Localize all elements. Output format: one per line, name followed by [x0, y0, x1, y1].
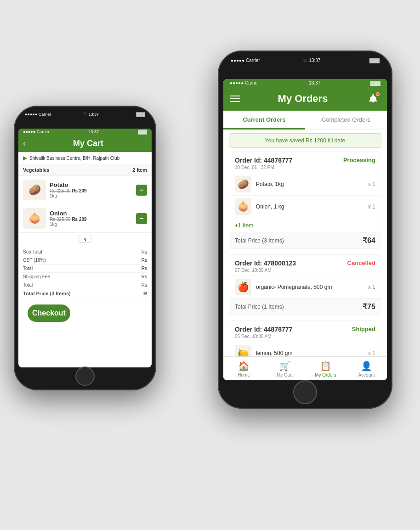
- order-1-total: Total Price (3 Items) ₹64: [229, 232, 381, 248]
- right-time: 13:37: [309, 58, 320, 63]
- potato-info: Potato Rs 225.00 Rs 209 1kg: [50, 181, 136, 198]
- potato-new-price: Rs 209: [72, 188, 86, 193]
- tab-current-orders[interactable]: Current Orders: [223, 111, 305, 129]
- total-row-1: Total Rs: [23, 265, 147, 273]
- left-home-button[interactable]: [75, 366, 95, 386]
- order-1-total-label: Total Price (3 Items): [235, 237, 284, 244]
- current-orders-label: Current Orders: [243, 116, 285, 123]
- r-status-battery: ▓▓▓: [370, 80, 380, 85]
- order-3-date: 05 Dec, 10:30 AM: [235, 334, 292, 339]
- vegetables-section: Vegetables 2 Item: [18, 164, 152, 176]
- grand-total-value: R: [143, 291, 147, 296]
- order-1-potato-img: 🥔: [235, 176, 251, 192]
- onion-qty-btn[interactable]: −: [136, 213, 147, 224]
- order-1-date: 10 Dec, 01 : 32 PM: [235, 165, 292, 170]
- order-1-plus-item: +1 Item: [229, 218, 381, 232]
- home-icon: 🏠: [238, 361, 250, 372]
- location-icon: ▶: [23, 155, 27, 161]
- onion-weight: 1kg: [50, 222, 136, 227]
- expand-row: ∨: [18, 233, 152, 245]
- left-battery: ▓▓▓: [136, 112, 145, 117]
- cart-title: My Cart: [29, 139, 147, 148]
- order-1-onion-name: Onion, 1 kg: [256, 203, 368, 210]
- order-2-total-label: Total Price (1 Items): [235, 304, 284, 310]
- right-notch: ●●●●● Carrier 13:37 ▓▓▓: [218, 58, 392, 63]
- order-2-total: Total Price (1 Items) ₹75: [229, 298, 381, 315]
- grand-total-label: Total Price (3 Items): [23, 291, 71, 296]
- order-2-pom-name: organic- Pomegranate, 500 gm: [256, 284, 368, 290]
- orders-label: My Orders: [315, 372, 336, 378]
- onion-price: Rs 225.00 Rs 209: [50, 217, 136, 222]
- order-1-potato-name: Potato, 1kg: [256, 181, 368, 187]
- order-2-date: 07 Dec, 10:30 AM: [235, 268, 296, 273]
- potato-price: Rs 225.00 Rs 209: [50, 188, 136, 193]
- order-2-pom-qty: x 1: [368, 284, 375, 290]
- orders-list: Order Id: 44878777 10 Dec, 01 : 32 PM Pr…: [223, 152, 387, 356]
- notification-bell[interactable]: [366, 91, 380, 106]
- order-2-total-value: ₹75: [363, 302, 375, 311]
- nav-cart[interactable]: 🛒 My Cart: [264, 357, 305, 380]
- order-3-header: Order Id: 44878777 05 Dec, 10:30 AM Ship…: [229, 321, 381, 342]
- grand-total-row: Total Price (3 Items) R: [23, 289, 147, 298]
- total-label-1: Total: [23, 266, 33, 271]
- right-carrier: ●●●●● Carrier: [231, 58, 260, 63]
- order-card-3: Order Id: 44878777 05 Dec, 10:30 AM Ship…: [229, 321, 381, 356]
- nav-orders[interactable]: 📋 My Orders: [305, 357, 346, 380]
- order-2-status: Cancelled: [347, 259, 375, 266]
- tabs-row: Current Orders Completed Orders: [223, 111, 387, 130]
- order-2-header: Order Id: 478000123 07 Dec, 10:30 AM Can…: [229, 255, 381, 276]
- left-status-bar: ●●●●● Carrier 13:37 ▓▓▓: [18, 129, 152, 135]
- right-battery: ▓▓▓: [369, 58, 380, 63]
- order-3-lemon-name: lemon, 500 gm: [256, 350, 368, 356]
- left-header: ‹ My Cart: [18, 135, 152, 152]
- back-button[interactable]: ‹: [23, 139, 26, 148]
- completed-orders-label: Completed Orders: [322, 116, 370, 123]
- order-1-id: Order Id: 44878777: [235, 157, 292, 164]
- nav-account[interactable]: 👤 Account: [346, 357, 387, 380]
- order-2-id: Order Id: 478000123: [235, 259, 296, 267]
- order-1-item-potato: 🥔 Potato, 1kg x 1: [229, 173, 381, 195]
- order-2-item-pom: 🍎 organic- Pomegranate, 500 gm x 1: [229, 276, 381, 298]
- order-3-lemon-img: 🍋: [235, 345, 251, 356]
- orders-title: My Orders: [278, 93, 328, 105]
- location-text: Shivalik Business Centre, B/H. Rajpath C…: [29, 156, 119, 161]
- account-icon: 👤: [361, 361, 372, 372]
- savings-banner: You have saved Rs 1200 till date: [229, 133, 381, 148]
- location-bar: ▶ Shivalik Business Centre, B/H. Rajpath…: [18, 152, 152, 164]
- total-value-2: Rs: [142, 282, 147, 288]
- plus-item-link[interactable]: +1 Item: [235, 222, 253, 229]
- shipping-label: Shipping Fee: [23, 274, 50, 279]
- order-1-total-value: ₹64: [363, 236, 375, 245]
- shipping-value: Rs: [142, 274, 147, 279]
- checkout-button[interactable]: Checkout: [28, 304, 70, 322]
- orders-icon: 📋: [320, 361, 331, 372]
- order-3-id-block: Order Id: 44878777 05 Dec, 10:30 AM: [235, 326, 292, 339]
- order-1-onion-img: 🧅: [235, 198, 251, 215]
- r-status-time: 13:37: [309, 80, 320, 85]
- onion-image: 🧅: [23, 208, 46, 229]
- r-status-carrier: ●●●●● Carrier: [230, 80, 259, 85]
- onion-old-price: Rs 225.00: [50, 217, 71, 222]
- hamburger-menu[interactable]: [230, 96, 240, 102]
- order-2-pom-img: 🍎: [235, 279, 251, 295]
- gst-value: Rs: [142, 258, 147, 263]
- section-count: 2 Item: [132, 167, 147, 173]
- potato-qty-btn[interactable]: −: [136, 185, 147, 196]
- left-time: 13:37: [88, 112, 99, 117]
- left-notch: ●●●●● Carrier 13:37 ▓▓▓: [14, 112, 156, 117]
- left-phone: ●●●●● Carrier 13:37 ▓▓▓ ●●●●● Carrier 13…: [14, 106, 156, 390]
- order-3-item-lemon: 🍋 lemon, 500 gm x 1: [229, 342, 381, 356]
- tab-completed-orders[interactable]: Completed Orders: [305, 111, 387, 129]
- order-1-header: Order Id: 44878777 10 Dec, 01 : 32 PM Pr…: [229, 152, 381, 173]
- section-name: Vegetables: [23, 167, 49, 173]
- home-label: Home: [238, 372, 250, 378]
- order-1-id-block: Order Id: 44878777 10 Dec, 01 : 32 PM: [235, 157, 292, 170]
- nav-home[interactable]: 🏠 Home: [223, 357, 264, 380]
- sub-total-row: Sub Total Rs: [23, 248, 147, 256]
- potato-old-price: Rs 225.00: [50, 188, 71, 193]
- expand-button[interactable]: ∨: [79, 235, 91, 243]
- right-home-button[interactable]: [293, 380, 317, 404]
- order-card-1: Order Id: 44878777 10 Dec, 01 : 32 PM Pr…: [229, 152, 381, 249]
- order-1-item-onion: 🧅 Onion, 1 kg x 1: [229, 195, 381, 218]
- right-phone: ●●●●● Carrier 13:37 ▓▓▓ ●●●●● Carrier 13…: [218, 51, 392, 409]
